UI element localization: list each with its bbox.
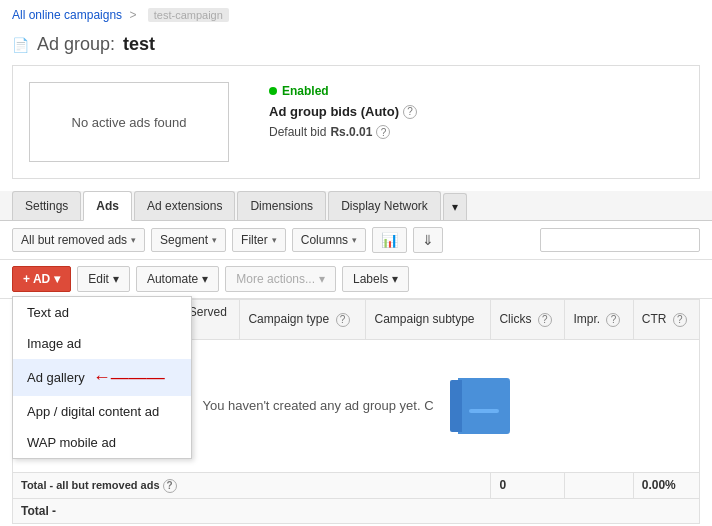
tab-ad-extensions[interactable]: Ad extensions: [134, 191, 235, 220]
col-ctr: CTR ?: [633, 300, 699, 340]
segment-arrow-icon: ▾: [212, 235, 217, 245]
breadcrumb: All online campaigns > test-campaign: [0, 0, 712, 30]
ad-gallery-label: Ad gallery: [27, 370, 85, 385]
edit-label: Edit: [88, 272, 109, 286]
add-ad-label: + AD: [23, 272, 50, 286]
automate-button[interactable]: Automate ▾: [136, 266, 219, 292]
total-ctr-cell: 0.00%: [633, 472, 699, 498]
tab-more[interactable]: ▾: [443, 193, 467, 220]
total-row: Total - all but removed ads ? 0 0.00%: [13, 472, 700, 498]
filter-arrow-icon: ▾: [272, 235, 277, 245]
total2-label: Total -: [21, 504, 56, 518]
status-text: Enabled: [282, 84, 329, 98]
menu-item-text-ad[interactable]: Text ad: [13, 297, 191, 328]
filter-bar: All but removed ads ▾ Segment ▾ Filter ▾…: [0, 221, 712, 260]
columns-arrow-icon: ▾: [352, 235, 357, 245]
default-bid-label: Default bid: [269, 125, 326, 139]
labels-label: Labels: [353, 272, 388, 286]
automate-arrow-icon: ▾: [202, 272, 208, 286]
total-row-2: Total -: [13, 498, 700, 523]
more-actions-arrow-icon: ▾: [319, 272, 325, 286]
breadcrumb-current: test-campaign: [148, 8, 229, 22]
col-impr: Impr. ?: [565, 300, 633, 340]
download-icon-btn[interactable]: ⇓: [413, 227, 443, 253]
search-input[interactable]: [540, 228, 700, 252]
total-help-icon[interactable]: ?: [163, 479, 177, 493]
more-actions-button[interactable]: More actions... ▾: [225, 266, 336, 292]
red-arrow-icon: ←———: [93, 367, 165, 388]
menu-item-app-ad[interactable]: App / digital content ad: [13, 396, 191, 427]
edit-arrow-icon: ▾: [113, 272, 119, 286]
no-ads-text: No active ads found: [72, 115, 187, 130]
add-ad-arrow-icon: ▾: [54, 272, 60, 286]
ad-group-label: Ad group:: [37, 34, 115, 55]
default-bid-value: Rs.0.01: [330, 125, 372, 139]
col-clicks: Clicks ?: [491, 300, 565, 340]
filter-label: Filter: [241, 233, 268, 247]
labels-arrow-icon: ▾: [392, 272, 398, 286]
col-campaign-type: Campaign type ?: [240, 300, 366, 340]
tab-display-network[interactable]: Display Network: [328, 191, 441, 220]
ctr-help-icon[interactable]: ?: [673, 313, 687, 327]
doc-icon: 📄: [12, 37, 29, 53]
total-label: Total - all but removed ads ?: [21, 479, 177, 491]
tab-ads[interactable]: Ads: [83, 191, 132, 221]
automate-label: Automate: [147, 272, 198, 286]
filter-dropdown[interactable]: Filter ▾: [232, 228, 286, 252]
menu-item-ad-gallery[interactable]: Ad gallery ←———: [13, 359, 191, 396]
all-removed-ads-dropdown[interactable]: All but removed ads ▾: [12, 228, 145, 252]
clicks-help-icon[interactable]: ?: [538, 313, 552, 327]
impr-help-icon[interactable]: ?: [606, 313, 620, 327]
tab-dimensions[interactable]: Dimensions: [237, 191, 326, 220]
breadcrumb-link[interactable]: All online campaigns: [12, 8, 122, 22]
tabs-bar: Settings Ads Ad extensions Dimensions Di…: [0, 191, 712, 221]
page-title-bar: 📄 Ad group: test: [0, 30, 712, 65]
all-removed-ads-label: All but removed ads: [21, 233, 127, 247]
total-impr-cell: [565, 472, 633, 498]
bids-label: Ad group bids (Auto): [269, 104, 399, 119]
total2-label-cell: Total -: [13, 498, 700, 523]
no-ads-box: No active ads found: [29, 82, 229, 162]
menu-item-wap-ad[interactable]: WAP mobile ad: [13, 427, 191, 458]
breadcrumb-separator: >: [129, 8, 139, 22]
chart-icon-btn[interactable]: 📊: [372, 227, 407, 253]
green-dot-icon: [269, 87, 277, 95]
ad-group-details: Enabled Ad group bids (Auto) ? Default b…: [253, 74, 433, 149]
columns-dropdown[interactable]: Columns ▾: [292, 228, 366, 252]
action-bar: + AD ▾ Edit ▾ Automate ▾ More actions...…: [0, 260, 712, 299]
add-ad-button[interactable]: + AD ▾: [12, 266, 71, 292]
total-label-cell: Total - all but removed ads ?: [13, 472, 491, 498]
segment-label: Segment: [160, 233, 208, 247]
ad-group-value: test: [123, 34, 155, 55]
more-actions-label: More actions...: [236, 272, 315, 286]
labels-button[interactable]: Labels ▾: [342, 266, 409, 292]
col-campaign-subtype: Campaign subtype: [366, 300, 491, 340]
add-ad-dropdown-menu: Text ad Image ad Ad gallery ←——— App / d…: [12, 296, 192, 459]
edit-button[interactable]: Edit ▾: [77, 266, 130, 292]
menu-item-image-ad[interactable]: Image ad: [13, 328, 191, 359]
bids-help-icon[interactable]: ?: [403, 105, 417, 119]
columns-label: Columns: [301, 233, 348, 247]
total-clicks-cell: 0: [491, 472, 565, 498]
segment-dropdown[interactable]: Segment ▾: [151, 228, 226, 252]
all-removed-arrow-icon: ▾: [131, 235, 136, 245]
tab-settings[interactable]: Settings: [12, 191, 81, 220]
empty-state-text: You haven't created any ad group yet. C: [202, 398, 433, 413]
campaign-type-help-icon[interactable]: ?: [336, 313, 350, 327]
default-bid-help-icon[interactable]: ?: [376, 125, 390, 139]
bids-row: Ad group bids (Auto) ?: [269, 104, 417, 119]
default-bid-row: Default bid Rs.0.01 ?: [269, 125, 417, 139]
enabled-badge: Enabled: [269, 84, 417, 98]
